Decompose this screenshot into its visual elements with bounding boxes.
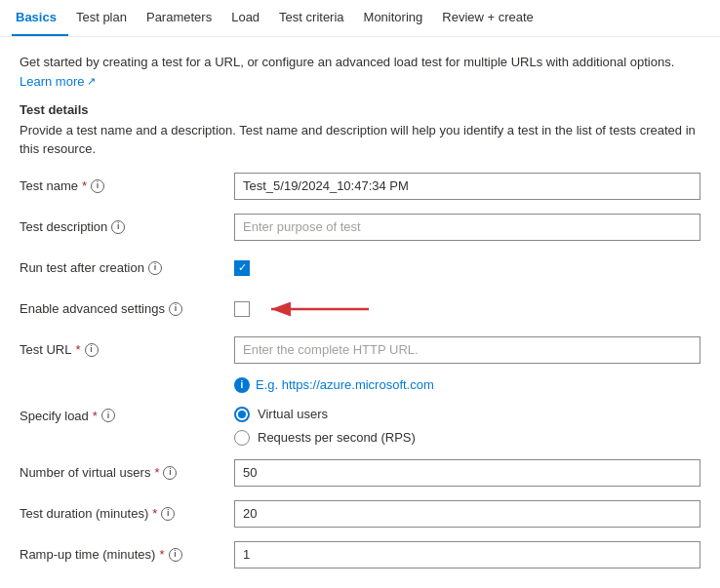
test-name-control	[234, 173, 700, 200]
url-hint-icon: i	[234, 377, 250, 393]
virtual-users-row: Number of virtual users * i	[20, 459, 700, 487]
rps-option[interactable]: Requests per second (RPS)	[234, 430, 700, 446]
red-arrow-annotation	[261, 297, 379, 321]
external-link-icon: ↗	[87, 75, 99, 87]
learn-more-label: Learn more	[20, 74, 84, 89]
url-hint-row: i E.g. https://azure.microsoft.com	[20, 377, 700, 393]
test-description-row: Test description i	[20, 214, 700, 241]
advanced-settings-row: Enable advanced settings i	[20, 295, 700, 323]
ramp-up-required: *	[159, 547, 164, 562]
virtual-users-control	[234, 459, 700, 487]
ramp-up-input[interactable]	[234, 541, 700, 568]
run-after-creation-label: Run test after creation i	[20, 260, 234, 275]
run-after-creation-checkbox[interactable]	[234, 260, 250, 276]
tab-load[interactable]: Load	[227, 0, 271, 36]
test-duration-info-icon[interactable]: i	[161, 507, 175, 521]
tab-parameters[interactable]: Parameters	[142, 0, 223, 36]
specify-load-label: Specify load * i	[20, 407, 234, 423]
virtual-users-radio[interactable]	[234, 407, 250, 422]
test-url-info-icon[interactable]: i	[85, 343, 99, 357]
ramp-up-row: Ramp-up time (minutes) * i	[20, 541, 700, 568]
test-url-label: Test URL * i	[20, 342, 234, 357]
test-name-row: Test name * i	[20, 173, 700, 200]
test-duration-row: Test duration (minutes) * i	[20, 500, 700, 528]
url-hint-text: E.g. https://azure.microsoft.com	[256, 377, 434, 392]
virtual-users-label: Number of virtual users * i	[20, 465, 234, 480]
rps-radio[interactable]	[234, 430, 250, 446]
virtual-users-label: Virtual users	[258, 407, 328, 421]
test-duration-label: Test duration (minutes) * i	[20, 506, 234, 521]
advanced-settings-control	[234, 297, 700, 321]
section-description: Provide a test name and a description. T…	[20, 121, 700, 159]
tab-review-create[interactable]: Review + create	[438, 0, 545, 36]
section-title: Test details	[20, 102, 700, 117]
test-name-input[interactable]	[234, 173, 700, 200]
specify-load-info-icon[interactable]: i	[101, 409, 115, 422]
ramp-up-control	[234, 541, 700, 568]
run-after-creation-control	[234, 260, 700, 276]
specify-load-control: Virtual users Requests per second (RPS)	[234, 407, 700, 446]
test-duration-control	[234, 500, 700, 528]
virtual-users-option[interactable]: Virtual users	[234, 407, 700, 422]
ramp-up-info-icon[interactable]: i	[169, 548, 182, 562]
advanced-settings-info-icon[interactable]: i	[169, 302, 182, 316]
tab-test-criteria[interactable]: Test criteria	[275, 0, 355, 36]
test-url-row: Test URL * i	[20, 336, 700, 364]
test-url-control	[234, 336, 700, 364]
run-after-creation-checkbox-container	[234, 260, 700, 276]
test-name-label: Test name * i	[20, 178, 234, 193]
virtual-users-input[interactable]	[234, 459, 700, 487]
test-url-input[interactable]	[234, 336, 700, 364]
intro-text: Get started by creating a test for a URL…	[20, 53, 700, 72]
test-duration-input[interactable]	[234, 500, 700, 528]
advanced-settings-label: Enable advanced settings i	[20, 301, 234, 316]
main-content: Get started by creating a test for a URL…	[0, 37, 720, 588]
test-duration-required: *	[152, 506, 157, 521]
rps-label: Requests per second (RPS)	[258, 430, 416, 445]
run-after-creation-info-icon[interactable]: i	[148, 261, 162, 275]
test-description-label: Test description i	[20, 219, 234, 234]
ramp-up-label: Ramp-up time (minutes) * i	[20, 547, 234, 562]
tab-monitoring[interactable]: Monitoring	[360, 0, 435, 36]
specify-load-required: *	[93, 409, 98, 423]
test-description-control	[234, 214, 700, 241]
test-name-required: *	[82, 178, 87, 193]
test-description-info-icon[interactable]: i	[111, 220, 125, 234]
learn-more-link[interactable]: Learn more ↗	[20, 74, 99, 89]
tab-test-plan[interactable]: Test plan	[72, 0, 139, 36]
advanced-settings-checkbox[interactable]	[234, 301, 250, 317]
run-after-creation-row: Run test after creation i	[20, 255, 700, 282]
specify-load-radio-group: Virtual users Requests per second (RPS)	[234, 407, 700, 446]
specify-load-row: Specify load * i Virtual users Requests …	[20, 407, 700, 446]
advanced-settings-arrow-container	[234, 297, 700, 321]
test-url-required: *	[75, 342, 80, 357]
virtual-users-required: *	[154, 465, 159, 480]
tab-basics[interactable]: Basics	[12, 0, 68, 36]
test-description-input[interactable]	[234, 214, 700, 241]
test-name-info-icon[interactable]: i	[91, 179, 104, 193]
tabs-nav: Basics Test plan Parameters Load Test cr…	[0, 0, 720, 37]
virtual-users-info-icon[interactable]: i	[163, 466, 177, 480]
